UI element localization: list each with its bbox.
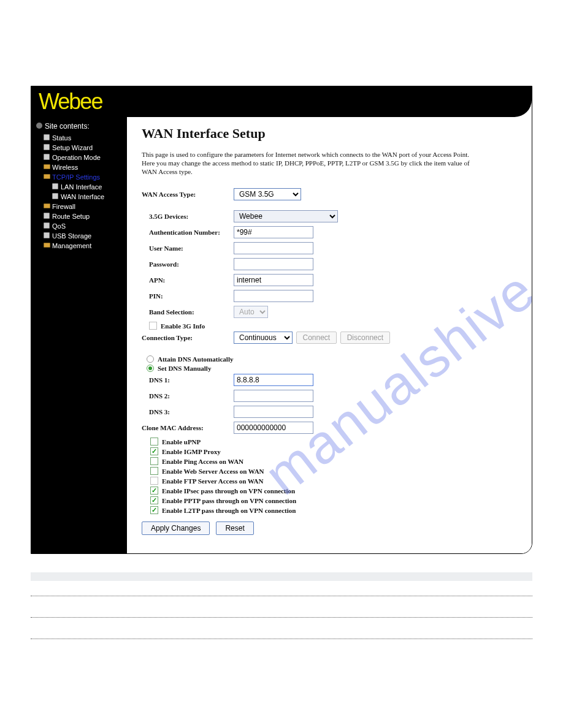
checkbox-label: Enable Ping Access on WAN (162, 458, 243, 465)
sidebar-item[interactable]: Status (35, 133, 127, 143)
sidebar-item[interactable]: USB Storage (35, 231, 127, 241)
sidebar-item[interactable]: WAN Interface (35, 192, 127, 202)
sidebar-link[interactable]: USB Storage (52, 232, 91, 240)
sidebar-link[interactable]: LAN Interface (61, 183, 102, 191)
page-icon (44, 144, 50, 150)
checkbox-label: Enable uPNP (162, 438, 201, 446)
page-icon (52, 183, 58, 189)
grey-bar (31, 572, 532, 581)
sidebar-item[interactable]: Operation Mode (35, 153, 127, 162)
sidebar-link[interactable]: Operation Mode (52, 154, 101, 161)
dns1-input[interactable] (234, 374, 313, 386)
checkbox-label: Enable PPTP pass through on VPN connecti… (162, 497, 296, 504)
wan-access-select[interactable]: GSM 3.5G (234, 188, 301, 200)
checkbox (150, 477, 158, 485)
folder-icon (44, 164, 50, 169)
sidebar-title-text: Site contents: (45, 122, 90, 131)
dns3-label: DNS 3: (142, 408, 234, 415)
sidebar-link[interactable]: QoS (52, 222, 66, 230)
conn-type-label: Connection Type: (142, 334, 234, 341)
sidebar-item[interactable]: TCP/IP Settings (35, 172, 127, 182)
sidebar: Site contents: StatusSetup WizardOperati… (31, 117, 127, 553)
apn-input[interactable] (234, 274, 313, 286)
dotted-divider (31, 639, 532, 639)
sidebar-item[interactable]: Setup Wizard (35, 143, 127, 153)
sidebar-item[interactable]: Management (35, 241, 127, 251)
sidebar-item[interactable]: LAN Interface (35, 182, 127, 192)
pin-input[interactable] (234, 290, 313, 302)
dns-manual-radio[interactable] (147, 365, 154, 372)
apply-button[interactable]: Apply Changes (142, 521, 210, 535)
band-select[interactable]: Auto (234, 306, 268, 318)
checkbox-label: Enable Web Server Access on WAN (162, 468, 264, 475)
checkbox[interactable] (150, 457, 158, 465)
checkbox[interactable]: ✓ (150, 506, 158, 514)
checkbox[interactable] (150, 438, 158, 446)
below-region (31, 572, 532, 639)
page-icon (44, 232, 50, 238)
sidebar-link[interactable]: TCP/IP Settings (52, 173, 100, 181)
checkbox[interactable]: ✓ (150, 487, 158, 495)
dns2-input[interactable] (234, 390, 313, 402)
user-input[interactable] (234, 242, 313, 254)
content-area: manualshive.com WAN Interface Setup This… (127, 117, 532, 553)
pass-label: Password: (142, 260, 234, 268)
wan-access-label: WAN Access Type: (142, 191, 234, 198)
sidebar-item[interactable]: Firewall (35, 202, 127, 211)
topbar: Webee (31, 86, 532, 117)
connect-button[interactable]: Connect (296, 332, 337, 344)
dns2-label: DNS 2: (142, 392, 234, 400)
enable-3g-label: Enable 3G Info (161, 322, 205, 330)
auth-input[interactable] (234, 226, 313, 238)
sidebar-link[interactable]: Setup Wizard (52, 144, 93, 151)
sidebar-link[interactable]: Status (52, 134, 71, 142)
sidebar-link[interactable]: Wireless (52, 164, 78, 171)
brand-logo: Webee (39, 89, 102, 115)
sidebar-title: Site contents: (35, 121, 127, 133)
auth-label: Authentication Number: (142, 229, 234, 236)
dns-manual-label: Set DNS Manually (158, 365, 211, 372)
sidebar-item[interactable]: Route Setup (35, 211, 127, 221)
user-label: User Name: (142, 245, 234, 252)
dotted-divider (31, 596, 532, 596)
dns3-input[interactable] (234, 406, 313, 418)
globe-icon (36, 123, 42, 129)
folder-open-icon (44, 174, 50, 179)
dns-auto-radio[interactable] (147, 355, 154, 363)
sidebar-link[interactable]: Firewall (52, 203, 75, 210)
checkbox-label: Enable L2TP pass through on VPN connecti… (162, 507, 296, 514)
dns-auto-label: Attain DNS Automatically (158, 355, 233, 363)
band-label: Band Selection: (142, 308, 234, 316)
checkbox[interactable]: ✓ (150, 496, 158, 504)
page-description: This page is used to configure the param… (142, 150, 473, 176)
pass-input[interactable] (234, 258, 313, 270)
checkbox[interactable] (150, 467, 158, 475)
checkbox-label: Enable FTP Server Access on WAN (162, 477, 264, 485)
page-title: WAN Interface Setup (142, 126, 517, 142)
sidebar-link[interactable]: Management (52, 242, 91, 249)
pin-label: PIN: (142, 292, 234, 300)
page-icon (44, 213, 50, 219)
page-icon (44, 222, 50, 229)
sidebar-link[interactable]: Route Setup (52, 213, 90, 220)
folder-icon (44, 203, 50, 208)
sidebar-item[interactable]: Wireless (35, 162, 127, 172)
conn-type-select[interactable]: Continuous (234, 332, 293, 344)
sidebar-item[interactable]: QoS (35, 221, 127, 231)
devices-select[interactable]: Webee (234, 210, 338, 222)
page-icon (44, 154, 50, 160)
checkbox[interactable]: ✓ (150, 447, 158, 455)
devices-label: 3.5G Devices: (142, 213, 234, 220)
mac-label: Clone MAC Address: (142, 424, 234, 431)
sidebar-link[interactable]: WAN Interface (61, 193, 104, 200)
dotted-divider (31, 617, 532, 618)
checkbox-label: Enable IPsec pass through on VPN connect… (162, 487, 295, 495)
reset-button[interactable]: Reset (216, 521, 253, 535)
app-frame: Webee Site contents: StatusSetup WizardO… (31, 86, 532, 554)
mac-input[interactable] (234, 422, 313, 434)
folder-icon (44, 243, 50, 248)
dns1-label: DNS 1: (142, 376, 234, 384)
enable-3g-checkbox[interactable] (149, 322, 157, 330)
disconnect-button[interactable]: Disconnect (340, 332, 390, 344)
checkbox-label: Enable IGMP Proxy (162, 448, 221, 455)
